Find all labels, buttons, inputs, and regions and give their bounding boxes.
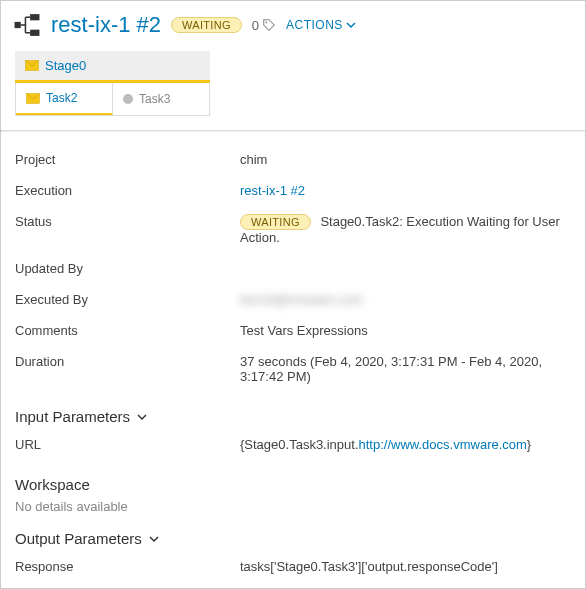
label-response: Response [15,559,240,574]
tag-icon [262,18,276,32]
envelope-icon [26,93,40,104]
row-url: URL {Stage0.Task3.input.http://www.docs.… [15,429,571,460]
task-label: Task3 [139,92,170,106]
chevron-down-icon [148,533,160,545]
chevron-down-icon [136,411,148,423]
url-link[interactable]: http://www.docs.vmware.com [359,437,527,452]
details-panel: Project chim Execution rest-ix-1 #2 Stat… [1,132,585,589]
pipeline-icon [13,11,41,39]
actions-dropdown[interactable]: ACTIONS [286,18,357,32]
tag-count: 0 [252,18,276,33]
value-status: WAITING Stage0.Task2: Execution Waiting … [240,214,571,245]
page-header: rest-ix-1 #2 WAITING 0 ACTIONS [1,1,585,45]
envelope-icon [25,60,39,71]
url-prefix: {Stage0.Task3.input. [240,437,359,452]
status-badge-inline: WAITING [240,214,311,230]
status-badge: WAITING [171,17,242,33]
output-params-heading: Output Parameters [15,530,142,547]
label-project: Project [15,152,240,167]
task-item-task2[interactable]: Task2 [16,83,113,115]
label-duration: Duration [15,354,240,384]
actions-label: ACTIONS [286,18,343,32]
svg-rect-2 [30,30,39,36]
value-duration: 37 seconds (Feb 4, 2020, 3:17:31 PM - Fe… [240,354,571,384]
workspace-heading: Workspace [15,476,90,493]
tag-count-value: 0 [252,18,259,33]
section-workspace: Workspace [15,460,571,497]
stage-header[interactable]: Stage0 [15,51,210,83]
url-suffix: } [527,437,531,452]
label-updated-by: Updated By [15,261,240,276]
label-url: URL [15,437,240,452]
label-execution: Execution [15,183,240,198]
row-execution: Execution rest-ix-1 #2 [15,175,571,206]
dot-icon [123,94,133,104]
tasks-row: Task2 Task3 [15,83,210,116]
stage-block: Stage0 Task2 Task3 [15,51,210,116]
svg-rect-1 [30,14,39,20]
svg-point-7 [266,22,268,24]
section-output-parameters[interactable]: Output Parameters [15,514,571,551]
row-status: Status WAITING Stage0.Task2: Execution W… [15,206,571,253]
stages-area: Stage0 Task2 Task3 [1,45,585,130]
workspace-message: No details available [15,497,571,514]
value-url: {Stage0.Task3.input.http://www.docs.vmwa… [240,437,571,452]
row-response: Response tasks['Stage0.Task3']['output.r… [15,551,571,582]
input-params-heading: Input Parameters [15,408,130,425]
value-response: tasks['Stage0.Task3']['output.responseCo… [240,559,571,574]
task-item-task3[interactable]: Task3 [113,83,209,115]
page-title[interactable]: rest-ix-1 #2 [51,12,161,38]
row-executed-by: Executed By kermb@vmware.com [15,284,571,315]
value-executed-by: kermb@vmware.com [240,292,571,307]
row-comments: Comments Test Vars Expressions [15,315,571,346]
task-label: Task2 [46,91,77,105]
row-updated-by: Updated By [15,253,571,284]
value-updated-by [240,261,571,276]
row-project: Project chim [15,144,571,175]
section-input-parameters[interactable]: Input Parameters [15,392,571,429]
svg-rect-0 [15,22,21,28]
value-project: chim [240,152,571,167]
chevron-down-icon [345,19,357,31]
label-executed-by: Executed By [15,292,240,307]
row-duration: Duration 37 seconds (Feb 4, 2020, 3:17:3… [15,346,571,392]
label-status: Status [15,214,240,245]
label-comments: Comments [15,323,240,338]
value-execution[interactable]: rest-ix-1 #2 [240,183,571,198]
value-comments: Test Vars Expressions [240,323,571,338]
stage-name: Stage0 [45,58,86,73]
